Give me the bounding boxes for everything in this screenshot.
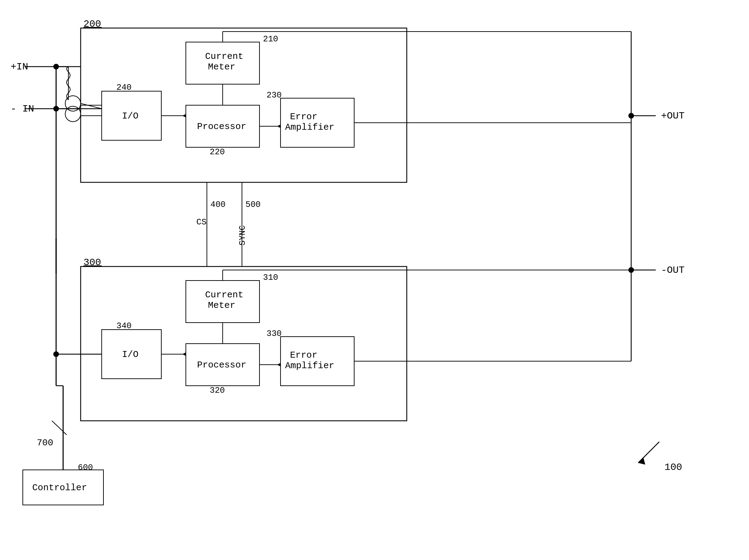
plus-out-label: +OUT: [661, 110, 684, 121]
diagram-container: 200 Current Meter 210 Processor 220 Erro…: [0, 0, 749, 560]
svg-rect-0: [0, 0, 749, 560]
unit200-label: 200: [83, 19, 101, 29]
io-240: I/O: [122, 111, 139, 121]
ref-100: 100: [664, 462, 682, 473]
sync-label: SYNC: [238, 225, 247, 245]
ref-320: 320: [210, 386, 225, 395]
current-meter-210-line2: Meter: [208, 62, 235, 72]
ref-700: 700: [37, 438, 53, 448]
ref-240: 240: [116, 83, 131, 92]
current-meter-210-line1: Current: [205, 51, 243, 62]
ref-500: 500: [245, 200, 261, 209]
ref-400: 400: [210, 200, 225, 209]
ref-340: 340: [116, 321, 131, 331]
current-meter-310-line2: Meter: [208, 300, 235, 311]
minus-in-label: - IN: [11, 103, 34, 114]
error-amp-230-line1: Error: [290, 112, 317, 122]
processor-220: Processor: [197, 121, 246, 132]
error-amp-330-line2: Amplifier: [285, 360, 334, 371]
error-amp-330-line1: Error: [290, 350, 317, 360]
processor-320: Processor: [197, 360, 246, 370]
current-meter-310-line1: Current: [205, 290, 243, 300]
unit300-label: 300: [83, 257, 101, 268]
ref-600: 600: [78, 463, 93, 472]
ref-330: 330: [266, 329, 282, 338]
controller-label: Controller: [32, 483, 87, 493]
ref-220: 220: [210, 147, 225, 157]
plus-in-label: +IN: [11, 61, 28, 72]
error-amp-230-line2: Amplifier: [285, 122, 334, 133]
cs-label: CS: [196, 217, 207, 227]
ref-230: 230: [266, 90, 282, 100]
io-340: I/O: [122, 349, 139, 360]
minus-out-label: -OUT: [661, 265, 684, 276]
ref-210: 210: [263, 34, 278, 44]
ref-310: 310: [263, 273, 278, 282]
